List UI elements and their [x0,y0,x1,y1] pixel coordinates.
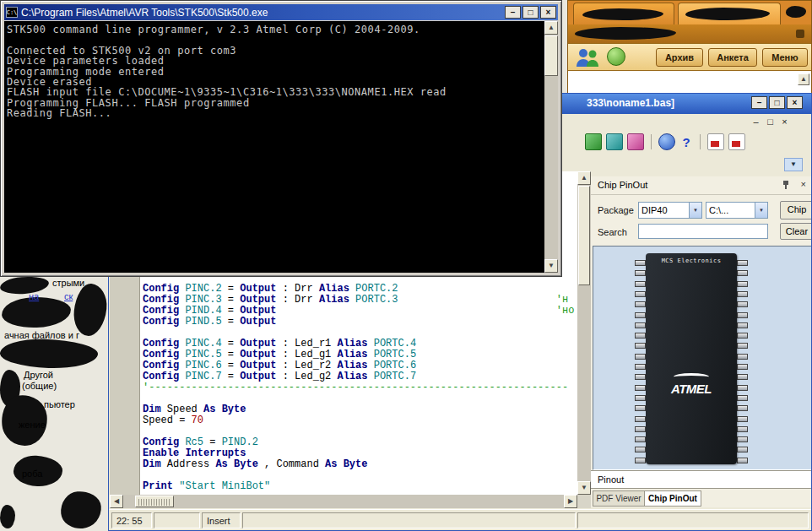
bascom-toolbar: ? [585,133,745,150]
chip-pin [737,281,748,287]
censored-desktop-icon[interactable] [0,338,99,370]
scroll-up-icon[interactable]: ▲ [544,21,558,35]
profile-button[interactable]: Анкета [708,48,757,67]
chip-pin [635,385,646,391]
dropdown-arrow-icon[interactable]: ▼ [689,203,701,218]
chip-pin [737,354,748,360]
messenger-window: Архив Анкета Меню ▲ [567,0,812,93]
scroll-right-icon[interactable]: ▶ [564,495,577,508]
cmd-titlebar[interactable]: C:\ C:\Program Files\Atmel\AVR Tools\STK… [4,4,558,20]
mdi-minimize-button[interactable]: – [750,116,762,128]
desktop-icon-label: ачная файлов и г [4,330,79,340]
contacts-icon[interactable] [575,46,600,72]
pinout-label: Pinout [598,474,624,485]
chip-pin [635,301,646,307]
clear-button[interactable]: Clear [780,223,812,240]
minimize-button[interactable]: – [751,96,767,109]
editor-hscrollbar[interactable]: ◀ ▶ [110,495,577,508]
cmd-title-text: C:\Program Files\Atmel\AVR Tools\STK500\… [21,7,503,19]
close-button[interactable]: × [540,6,556,19]
desktop-icon-label: пьютер [44,399,75,409]
minimize-button[interactable]: – [505,6,521,19]
menu-button[interactable]: Меню [762,48,808,67]
chip-pin [737,270,748,276]
dropdown-arrow-icon[interactable]: ▼ [755,203,767,218]
code-lines: Config PINC.2 = Output : Drr Alias PORTC… [143,284,574,492]
censored-tab-label [582,8,663,20]
globe-icon[interactable] [658,133,675,150]
close-button[interactable]: × [787,96,803,109]
green-flower-icon[interactable] [607,47,625,66]
scroll-up-icon[interactable]: ▲ [577,171,591,185]
messenger-tab[interactable] [573,3,674,24]
editor-vscrollbar[interactable]: ▲ ▼ [577,171,591,495]
pin-icon[interactable] [781,180,791,192]
panel-close-icon[interactable]: × [801,179,806,189]
censored-desktop-icon[interactable] [0,275,50,295]
console-output[interactable]: STK500 command line programmer, v 2.3 At… [4,21,544,273]
scroll-up-icon[interactable]: ▲ [798,73,809,85]
censored-desktop-icon[interactable] [0,505,15,528]
search-input[interactable] [638,224,768,239]
scroll-down-icon[interactable]: ▼ [577,481,591,495]
scroll-down-icon[interactable]: ▼ [544,259,558,273]
toolbar-separator [651,134,652,149]
messenger-tab-active[interactable] [678,3,781,24]
wizard-icon[interactable] [627,133,644,150]
chip-toolbar-icon[interactable] [585,133,602,150]
desktop-link-label[interactable]: на [29,291,39,301]
console-scrollbar[interactable]: ▲ ▼ [544,21,558,273]
chip-pin [737,416,748,422]
bascom-title: 333\noname1.bas] [587,97,674,109]
chip-pin [635,395,646,401]
console-text: STK500 command line programmer, v 2.3 At… [4,21,544,122]
panel-header[interactable]: Chip PinOut × [591,176,812,195]
restore-button[interactable]: □ [769,96,785,109]
chip-pin [635,447,646,452]
chip-button[interactable]: Chip [780,201,812,219]
tab-pdf-viewer[interactable]: PDF Viewer [593,490,645,507]
chip-pin [737,374,748,380]
toolbar-overflow-button[interactable]: ▼ [784,158,803,171]
chip-pin [635,260,646,266]
chip-pin [737,385,748,391]
pdf-view-icon[interactable] [728,133,745,150]
insert-mode-cell: Insert [202,512,241,528]
desktop-link-label[interactable]: ск [64,291,73,301]
code-line: Speed = 70 [143,415,574,426]
vscroll-thumb[interactable] [578,186,590,285]
chip-brand-text: MCS Electronics [646,257,737,264]
chip-pin [737,395,748,401]
chip-pin [635,436,646,442]
chip-pin [635,458,646,463]
mdi-restore-button[interactable]: □ [764,116,777,128]
maximize-button[interactable]: □ [522,6,539,19]
tab-chip-pinout[interactable]: Chip PinOut [644,490,701,507]
atmel-logo-wing [674,373,709,381]
message-area[interactable]: ▲ [568,70,811,93]
status-bar: 22: 55 Insert [109,509,811,530]
hscroll-thumb[interactable] [135,496,174,507]
code-line: Print "Start MiniBot" [143,481,574,492]
code-line: Config PIND.5 = Output [143,317,574,328]
censored-desktop-icon[interactable] [72,282,109,338]
panel-tabs: PDF Viewer Chip PinOut [591,489,812,507]
mdi-close-button[interactable]: × [778,116,791,128]
chip-pin [737,260,748,266]
simulator-icon[interactable] [606,133,623,150]
pinout-strip: Pinout [591,470,812,489]
scroll-left-icon[interactable]: ◀ [110,495,123,508]
caret-position-cell: 22: 55 [111,512,152,528]
help-icon[interactable]: ? [679,133,693,150]
pdf-export-icon[interactable] [707,133,724,150]
package-select[interactable]: DIP40 ▼ [638,202,702,219]
path-select[interactable]: C:\... ▼ [706,202,768,219]
console-scroll-thumb[interactable] [544,35,558,76]
archive-button[interactable]: Архив [656,48,703,67]
chip-pin [737,436,748,442]
package-value: DIP40 [641,205,668,215]
band-button-icon[interactable] [796,30,804,38]
censored-desktop-icon[interactable] [59,490,103,530]
contact-title-band[interactable] [568,24,811,43]
toolbar-separator [700,134,701,149]
